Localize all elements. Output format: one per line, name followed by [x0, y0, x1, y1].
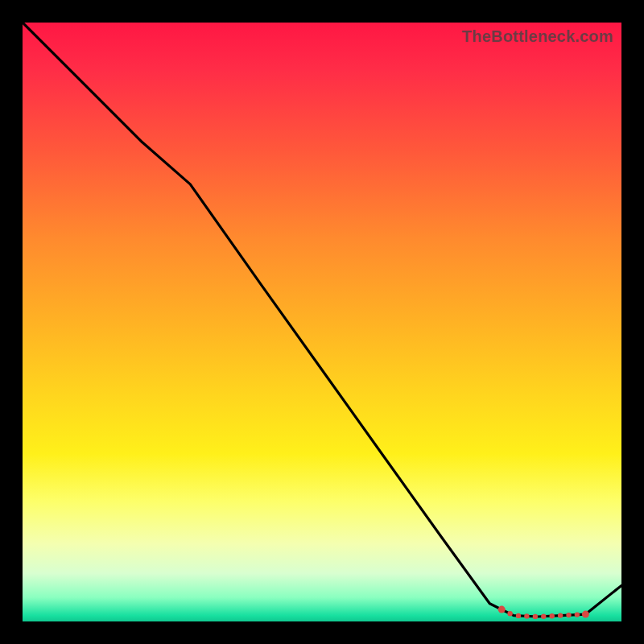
- optimal-marker: [524, 613, 529, 618]
- optimal-marker: [516, 613, 521, 618]
- chart-overlay: [23, 23, 621, 621]
- chart-frame: TheBottleneck.com: [0, 0, 644, 644]
- optimal-marker: [566, 613, 571, 617]
- optimal-marker: [507, 611, 512, 616]
- optimal-marker-cap: [582, 611, 589, 618]
- chart-line: [23, 23, 621, 617]
- optimal-marker: [533, 614, 538, 619]
- optimal-marker: [575, 612, 580, 617]
- chart-plot-area: TheBottleneck.com: [23, 23, 621, 621]
- optimal-marker: [558, 613, 563, 617]
- optimal-marker-cap: [498, 606, 506, 613]
- optimal-marker: [550, 613, 555, 618]
- optimal-marker: [541, 614, 546, 619]
- optimal-band-markers: [498, 606, 589, 620]
